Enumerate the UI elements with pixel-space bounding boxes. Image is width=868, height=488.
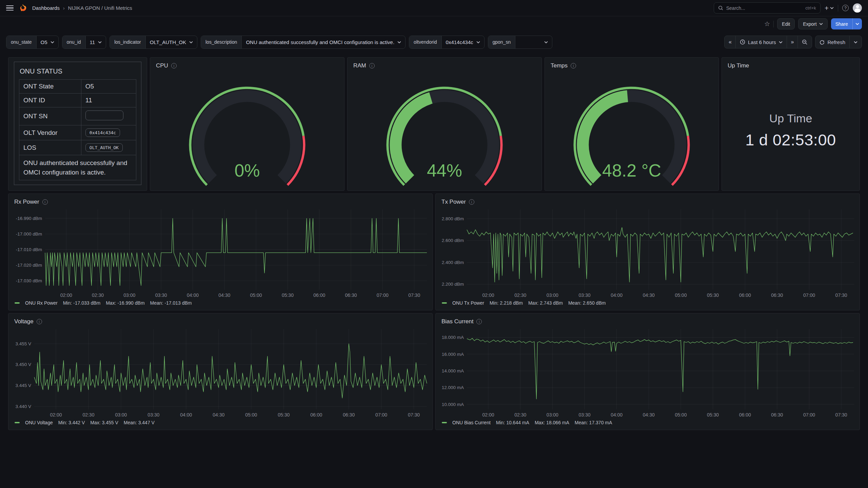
panel-title-uptime[interactable]: Up Time (728, 62, 749, 69)
share-button[interactable]: Share (831, 18, 852, 29)
top-nav: Dashboards › NIJIKA GPON / Unifi Metrics… (0, 0, 868, 16)
onu-value-pill (85, 110, 123, 120)
filter-value[interactable]: OLT_AUTH_OK (146, 36, 197, 48)
x-axis-tick: 06:30 (345, 292, 357, 298)
filter-los_description[interactable]: los_descriptionONU authenticated success… (201, 36, 406, 49)
voltage-chart[interactable]: 02:0002:3003:0003:3004:0004:3005:0005:30… (8, 326, 432, 419)
filter-onu_state[interactable]: onu_stateO5 (6, 36, 59, 49)
legend-stat: Min: 2.218 dBm (490, 300, 523, 306)
x-axis-tick: 02:30 (92, 292, 104, 298)
time-range-picker[interactable]: Last 6 hours (735, 36, 787, 48)
filter-label: onu_state (6, 36, 37, 48)
x-axis-tick: 05:30 (707, 412, 719, 418)
legend-series-name[interactable]: ONU Bias Current (452, 420, 491, 425)
info-icon[interactable]: i (42, 199, 48, 205)
export-button[interactable]: Export (798, 18, 827, 29)
info-icon[interactable]: i (469, 199, 474, 205)
onu-label: OLT Vendor (19, 125, 81, 140)
filter-onu_id[interactable]: onu_id11 (62, 36, 106, 49)
x-axis-tick: 06:00 (313, 292, 325, 298)
temps-gauge: 48.2 °C (545, 70, 718, 190)
x-axis-tick: 03:30 (578, 292, 590, 298)
panel-title-ram[interactable]: RAM (353, 62, 366, 69)
filter-label: gpon_sn (488, 36, 516, 48)
page-title[interactable]: NIJIKA GPON / Unifi Metrics (68, 5, 132, 11)
favorite-star-icon[interactable]: ☆ (764, 20, 770, 28)
legend-stat: Max: 18.066 mA (535, 420, 569, 425)
filter-value[interactable]: ONU authenticated successfully and OMCI … (242, 36, 405, 48)
time-shift-back-button[interactable]: « (725, 36, 735, 48)
x-axis-tick: 05:00 (675, 292, 687, 298)
gauge-value: 0% (234, 161, 260, 180)
menu-icon[interactable] (6, 5, 14, 11)
panel-title-cpu[interactable]: CPU (156, 62, 168, 69)
filter-value[interactable] (515, 36, 552, 48)
filter-los_indicator[interactable]: los_indicatorOLT_AUTH_OK (110, 36, 197, 49)
search-icon (718, 5, 723, 11)
filter-gpon_sn[interactable]: gpon_sn (488, 36, 553, 49)
voltage-legend: ONU VoltageMin: 3.442 VMax: 3.455 VMean:… (8, 419, 432, 430)
legend-series-name[interactable]: ONU Voltage (25, 420, 53, 425)
dashboard-toolbar: ☆ Edit Export Share (0, 16, 868, 32)
breadcrumb-dashboards[interactable]: Dashboards (32, 5, 60, 11)
legend-series-name[interactable]: ONU Tx Power (452, 300, 484, 306)
share-menu-button[interactable] (852, 18, 862, 29)
bias-current-chart[interactable]: 02:0002:3003:0003:3004:0004:3005:0005:30… (436, 326, 860, 419)
filter-value[interactable]: 11 (86, 36, 106, 48)
breadcrumb-separator: › (63, 5, 65, 11)
legend-series-name[interactable]: ONU Rx Power (25, 300, 58, 306)
x-axis-tick: 05:30 (278, 412, 290, 418)
y-axis-tick: 3.440 V (15, 404, 31, 409)
time-shift-forward-button[interactable]: » (787, 36, 798, 48)
x-axis-tick: 04:00 (187, 292, 199, 298)
info-icon[interactable]: i (37, 319, 42, 324)
y-axis-tick: -17.020 dBm (16, 263, 42, 268)
info-icon[interactable]: i (171, 63, 177, 68)
legend-stat: Max: 3.455 V (90, 420, 118, 425)
x-axis-tick: 04:30 (643, 412, 655, 418)
x-axis-tick: 07:30 (408, 292, 420, 298)
legend-swatch (15, 302, 20, 304)
ONU Bias Current (467, 338, 853, 399)
rx-power-legend: ONU Rx PowerMin: -17.033 dBmMax: -16.990… (8, 299, 432, 310)
filter-label: los_description (201, 36, 242, 48)
y-axis-tick: -17.000 dBm (16, 231, 42, 237)
legend-stat: Min: 3.442 V (58, 420, 85, 425)
info-icon[interactable]: i (476, 319, 482, 324)
variables-bar: onu_stateO5onu_id11los_indicatorOLT_AUTH… (0, 32, 868, 53)
edit-button[interactable]: Edit (777, 18, 795, 29)
panel-title-bias-current[interactable]: Bias Current (441, 318, 473, 325)
y-axis-tick: 10.000 mA (442, 402, 464, 407)
refresh-button[interactable]: Refresh (815, 36, 849, 48)
info-icon[interactable]: i (369, 63, 375, 68)
panel-title-voltage[interactable]: Voltage (14, 318, 34, 325)
filter-oltvendorid[interactable]: oltvendorid0x414c434c (409, 36, 484, 49)
panel-title-rx-power[interactable]: Rx Power (14, 199, 39, 205)
y-axis-tick: -16.990 dBm (16, 216, 42, 221)
dashboard-grid: ONU STATUS ONT StateO5ONT ID11ONT SNOLT … (0, 53, 868, 430)
panel-title-temps[interactable]: Temps (551, 62, 568, 69)
search-input[interactable]: Search... ctrl+k (714, 2, 821, 14)
help-icon[interactable]: ? (842, 5, 849, 11)
onu-status-title: ONU STATUS (19, 66, 136, 79)
bias-current-legend: ONU Bias CurrentMin: 10.644 mAMax: 18.06… (436, 419, 860, 430)
x-axis-tick: 05:00 (245, 412, 257, 418)
rx-power-chart[interactable]: 02:0002:3003:0003:3004:0004:3005:0005:30… (8, 207, 432, 299)
onu-status-row: ONT StateO5 (19, 80, 136, 94)
filter-value[interactable]: 0x414c434c (442, 36, 484, 48)
time-zoom-out-button[interactable] (797, 36, 812, 48)
info-icon[interactable]: i (571, 63, 576, 68)
refresh-interval-button[interactable] (849, 36, 862, 48)
filter-value[interactable]: O5 (37, 36, 58, 48)
cpu-gauge: 0% (150, 70, 344, 190)
x-axis-tick: 03:00 (115, 412, 127, 418)
panel-title-tx-power[interactable]: Tx Power (441, 199, 466, 205)
grafana-logo-icon[interactable] (18, 3, 27, 13)
tx-power-chart[interactable]: 02:0002:3003:0003:3004:0004:3005:0005:30… (436, 207, 860, 299)
avatar[interactable] (853, 3, 862, 13)
filter-label: oltvendorid (409, 36, 442, 48)
x-axis-tick: 06:30 (343, 412, 355, 418)
panel-onu-status: ONU STATUS ONT StateO5ONT ID11ONT SNOLT … (8, 57, 147, 191)
ONU Rx Power (45, 218, 427, 285)
add-button[interactable]: + (825, 4, 834, 12)
